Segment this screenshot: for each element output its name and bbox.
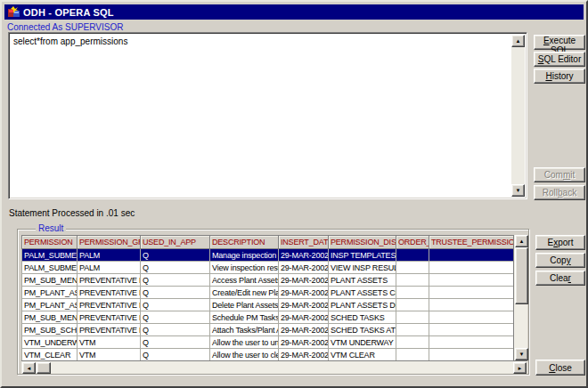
table-cell[interactable]: INSP TEMPLATES bbox=[329, 249, 396, 262]
table-cell[interactable]: Delete Plant Assets bbox=[210, 299, 279, 311]
table-vertical-scrollbar[interactable]: ▲ ▼ bbox=[513, 235, 527, 360]
history-button[interactable]: History bbox=[534, 69, 585, 84]
column-header[interactable]: PERMISSION_GROUP bbox=[78, 236, 141, 249]
table-cell[interactable]: Q bbox=[141, 311, 210, 324]
table-cell[interactable] bbox=[429, 287, 514, 299]
table-cell[interactable]: PREVENTATIVE MAIN bbox=[78, 274, 141, 287]
table-row[interactable]: PM_SUB_SCHED_TAPREVENTATIVE MAINQAttach … bbox=[22, 324, 514, 336]
table-cell[interactable]: 29-MAR-2002 bbox=[279, 349, 329, 361]
scroll-right-icon[interactable]: ► bbox=[513, 362, 527, 374]
table-cell[interactable]: Allow the user to cle bbox=[210, 349, 279, 361]
table-cell[interactable] bbox=[429, 311, 514, 324]
table-cell[interactable]: Allow the user to un bbox=[210, 336, 279, 349]
table-cell[interactable]: 29-MAR-2002 bbox=[279, 274, 329, 287]
scroll-up-icon[interactable]: ▲ bbox=[515, 235, 528, 247]
table-cell[interactable]: 29-MAR-2002 bbox=[279, 324, 329, 336]
column-header[interactable]: PERMISSION_DISPLAY bbox=[329, 236, 396, 249]
table-horizontal-scrollbar[interactable]: ◄ ► bbox=[21, 360, 527, 374]
column-header[interactable]: TRUSTEE_PERMISSION bbox=[429, 236, 514, 249]
table-cell[interactable]: Q bbox=[141, 287, 210, 299]
table-cell[interactable]: Access Plant Assets bbox=[210, 274, 279, 287]
table-cell[interactable]: PALM bbox=[78, 249, 141, 262]
table-cell[interactable]: SCHED TASKS ATTA bbox=[329, 324, 396, 336]
table-cell[interactable]: PREVENTATIVE MAIN bbox=[78, 299, 141, 311]
table-cell[interactable]: VTM CLEAR bbox=[329, 349, 396, 361]
table-cell[interactable]: 29-MAR-2002 bbox=[279, 299, 329, 311]
copy-button[interactable]: Copy bbox=[535, 253, 585, 268]
table-cell[interactable]: PALM bbox=[78, 262, 141, 274]
table-row[interactable]: VTM_CLEARVTMQAllow the user to cle29-MAR… bbox=[22, 349, 514, 361]
table-cell[interactable] bbox=[396, 249, 429, 262]
table-cell[interactable]: VTM bbox=[78, 349, 141, 361]
titlebar[interactable]: ODH - OPERA SQL bbox=[4, 4, 584, 20]
table-cell[interactable]: PLANT ASSETS CRE bbox=[329, 287, 396, 299]
commit-button[interactable]: Commit bbox=[534, 167, 585, 182]
table-cell[interactable] bbox=[396, 349, 429, 361]
table-cell[interactable]: PM_SUB_MENU_SCH bbox=[22, 311, 78, 324]
table-cell[interactable] bbox=[429, 262, 514, 274]
table-cell[interactable]: Q bbox=[141, 274, 210, 287]
table-cell[interactable] bbox=[429, 299, 514, 311]
table-cell[interactable]: SCHED TASKS bbox=[329, 311, 396, 324]
table-cell[interactable] bbox=[396, 262, 429, 274]
table-cell[interactable]: Schedule PM Tasks bbox=[210, 311, 279, 324]
column-header[interactable]: PERMISSION bbox=[22, 236, 78, 249]
table-cell[interactable]: Q bbox=[141, 349, 210, 361]
table-cell[interactable]: PM_SUB_SCHED_TA bbox=[22, 324, 78, 336]
column-header[interactable]: INSERT_DATE bbox=[279, 236, 329, 249]
export-button[interactable]: Export bbox=[535, 235, 585, 250]
table-cell[interactable]: Q bbox=[141, 262, 210, 274]
table-cell[interactable] bbox=[396, 287, 429, 299]
table-cell[interactable] bbox=[429, 274, 514, 287]
table-cell[interactable]: 29-MAR-2002 bbox=[279, 311, 329, 324]
scroll-down-icon[interactable]: ▼ bbox=[511, 184, 525, 197]
table-row[interactable]: PM_PLANT_ASSETSPREVENTATIVE MAINQCreate/… bbox=[22, 287, 514, 299]
table-cell[interactable]: PLANT ASSETS DEL bbox=[329, 299, 396, 311]
table-cell[interactable]: PM_PLANT_ASSETS bbox=[22, 287, 78, 299]
table-cell[interactable] bbox=[429, 324, 514, 336]
table-row[interactable]: PM_PLANT_ASSETSPREVENTATIVE MAINQDelete … bbox=[22, 299, 514, 311]
table-cell[interactable]: VTM bbox=[78, 336, 141, 349]
table-cell[interactable]: PLANT ASSETS bbox=[329, 274, 396, 287]
table-row[interactable]: VTM_UNDERWAYVTMQAllow the user to un29-M… bbox=[22, 336, 514, 349]
table-cell[interactable]: 29-MAR-2002 bbox=[279, 262, 329, 274]
table-cell[interactable]: VTM UNDERWAY bbox=[329, 336, 396, 349]
close-button[interactable]: Close bbox=[535, 360, 585, 376]
table-cell[interactable]: VTM_UNDERWAY bbox=[22, 336, 78, 349]
horizontal-scroll-thumb[interactable] bbox=[37, 362, 51, 374]
sql-editor-button[interactable]: SQL Editor bbox=[534, 52, 585, 67]
vertical-scroll-thumb[interactable] bbox=[515, 247, 528, 304]
table-cell[interactable] bbox=[396, 299, 429, 311]
table-cell[interactable]: View inspection resu bbox=[210, 262, 279, 274]
column-header[interactable]: USED_IN_APP bbox=[141, 236, 210, 249]
scroll-left-icon[interactable]: ◄ bbox=[22, 362, 36, 374]
rollback-button[interactable]: Rollback bbox=[534, 185, 585, 200]
table-cell[interactable]: 29-MAR-2002 bbox=[279, 336, 329, 349]
table-cell[interactable]: 29-MAR-2002 bbox=[279, 249, 329, 262]
table-cell[interactable] bbox=[429, 249, 514, 262]
sql-query-editor[interactable]: select*from app_permissions ▲ ▼ bbox=[8, 32, 527, 199]
table-cell[interactable] bbox=[396, 311, 429, 324]
table-cell[interactable]: PM_PLANT_ASSETS bbox=[22, 299, 78, 311]
sql-editor-scrollbar[interactable]: ▲ ▼ bbox=[511, 35, 525, 197]
table-cell[interactable]: PREVENTATIVE MAIN bbox=[78, 311, 141, 324]
table-cell[interactable]: PREVENTATIVE MAIN bbox=[78, 324, 141, 336]
table-row[interactable]: PALM_SUBMENU_INSPALMQManage inspection t… bbox=[22, 249, 514, 262]
column-header[interactable]: DESCRIPTION bbox=[210, 236, 279, 249]
table-cell[interactable]: Q bbox=[141, 336, 210, 349]
scroll-down-icon[interactable]: ▼ bbox=[515, 348, 528, 360]
table-row[interactable]: PM_SUB_MENU_SCHPREVENTATIVE MAINQSchedul… bbox=[22, 311, 514, 324]
table-cell[interactable]: 29-MAR-2002 bbox=[279, 287, 329, 299]
table-cell[interactable]: VIEW INSP RESULTS bbox=[329, 262, 396, 274]
execute-sql-button[interactable]: Execute SQL bbox=[534, 35, 585, 50]
sql-query-text[interactable]: select*from app_permissions bbox=[13, 36, 507, 46]
table-cell[interactable] bbox=[429, 336, 514, 349]
table-cell[interactable] bbox=[396, 336, 429, 349]
table-cell[interactable]: Attach Tasks/Plant A bbox=[210, 324, 279, 336]
table-row[interactable]: PM_SUB_MENU_PLAPREVENTATIVE MAINQAccess … bbox=[22, 274, 514, 287]
table-cell[interactable]: PALM_SUBMENU_VI bbox=[22, 262, 78, 274]
clear-button[interactable]: Clear bbox=[535, 271, 585, 286]
table-cell[interactable]: Q bbox=[141, 299, 210, 311]
table-cell[interactable] bbox=[429, 349, 514, 361]
column-header[interactable]: ORDER_BY bbox=[396, 236, 429, 249]
